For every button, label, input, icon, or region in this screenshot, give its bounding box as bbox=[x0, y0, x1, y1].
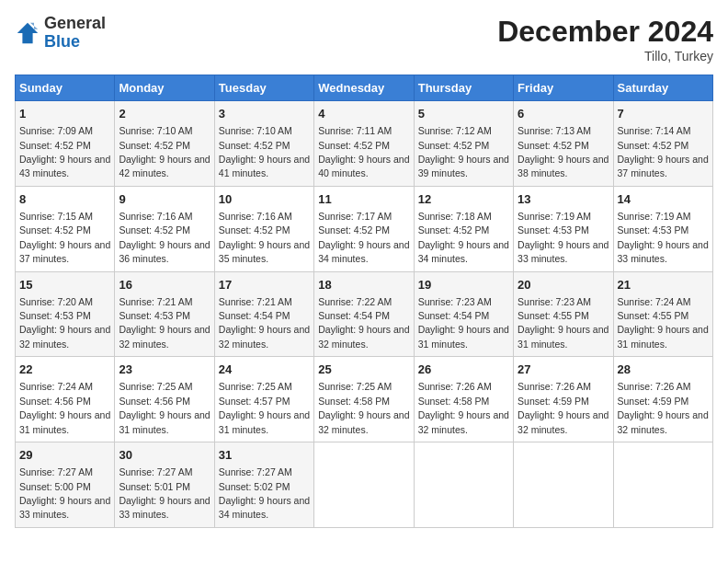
day-number: 21 bbox=[618, 277, 709, 293]
daylight-info: Daylight: 9 hours and 35 minutes. bbox=[219, 239, 310, 264]
day-number: 22 bbox=[19, 362, 110, 378]
table-row: 8 Sunrise: 7:15 AM Sunset: 4:52 PM Dayli… bbox=[16, 186, 115, 271]
daylight-info: Daylight: 9 hours and 41 minutes. bbox=[219, 154, 310, 178]
month-title: December 2024 bbox=[497, 15, 713, 49]
table-row bbox=[613, 442, 712, 528]
sunset-info: Sunset: 5:00 PM bbox=[19, 481, 91, 492]
day-number: 6 bbox=[518, 106, 609, 122]
table-row: 18 Sunrise: 7:22 AM Sunset: 4:54 PM Dayl… bbox=[314, 271, 414, 357]
table-row: 11 Sunrise: 7:17 AM Sunset: 4:52 PM Dayl… bbox=[314, 186, 414, 271]
col-saturday: Saturday bbox=[613, 75, 712, 101]
daylight-info: Daylight: 9 hours and 39 minutes. bbox=[418, 154, 509, 178]
sunset-info: Sunset: 4:54 PM bbox=[318, 310, 390, 321]
table-row bbox=[414, 442, 513, 528]
sunrise-info: Sunrise: 7:21 AM bbox=[219, 296, 292, 307]
daylight-info: Daylight: 9 hours and 37 minutes. bbox=[19, 239, 110, 264]
sunrise-info: Sunrise: 7:16 AM bbox=[119, 211, 192, 222]
day-number: 13 bbox=[518, 191, 609, 208]
sunset-info: Sunset: 4:55 PM bbox=[618, 310, 689, 321]
table-row: 10 Sunrise: 7:16 AM Sunset: 4:52 PM Dayl… bbox=[214, 186, 313, 271]
day-number: 16 bbox=[119, 277, 210, 293]
daylight-info: Daylight: 9 hours and 32 minutes. bbox=[318, 409, 409, 434]
daylight-info: Daylight: 9 hours and 31 minutes. bbox=[618, 324, 709, 349]
daylight-info: Daylight: 9 hours and 32 minutes. bbox=[618, 409, 709, 434]
daylight-info: Daylight: 9 hours and 32 minutes. bbox=[518, 409, 609, 434]
sunrise-info: Sunrise: 7:20 AM bbox=[19, 296, 93, 307]
calendar-header-row: Sunday Monday Tuesday Wednesday Thursday… bbox=[16, 75, 713, 101]
table-row: 12 Sunrise: 7:18 AM Sunset: 4:52 PM Dayl… bbox=[414, 186, 513, 271]
table-row: 19 Sunrise: 7:23 AM Sunset: 4:54 PM Dayl… bbox=[414, 271, 513, 357]
sunset-info: Sunset: 4:55 PM bbox=[518, 310, 589, 321]
daylight-info: Daylight: 9 hours and 31 minutes. bbox=[418, 324, 509, 349]
table-row: 3 Sunrise: 7:10 AM Sunset: 4:52 PM Dayli… bbox=[214, 101, 313, 187]
table-row: 14 Sunrise: 7:19 AM Sunset: 4:53 PM Dayl… bbox=[613, 186, 712, 271]
daylight-info: Daylight: 9 hours and 42 minutes. bbox=[119, 154, 210, 178]
day-number: 17 bbox=[219, 277, 310, 293]
table-row: 23 Sunrise: 7:25 AM Sunset: 4:56 PM Dayl… bbox=[115, 357, 214, 442]
sunset-info: Sunset: 4:52 PM bbox=[418, 140, 490, 151]
sunset-info: Sunset: 4:59 PM bbox=[618, 396, 689, 407]
day-number: 12 bbox=[418, 191, 509, 208]
col-tuesday: Tuesday bbox=[214, 75, 313, 101]
table-row: 6 Sunrise: 7:13 AM Sunset: 4:52 PM Dayli… bbox=[514, 101, 613, 187]
daylight-info: Daylight: 9 hours and 36 minutes. bbox=[119, 239, 210, 264]
daylight-info: Daylight: 9 hours and 32 minutes. bbox=[318, 324, 409, 349]
sunrise-info: Sunrise: 7:10 AM bbox=[119, 125, 192, 136]
sunrise-info: Sunrise: 7:24 AM bbox=[19, 381, 93, 392]
daylight-info: Daylight: 9 hours and 33 minutes. bbox=[19, 495, 110, 520]
sunset-info: Sunset: 4:52 PM bbox=[119, 140, 190, 151]
sunrise-info: Sunrise: 7:11 AM bbox=[318, 125, 392, 136]
table-row: 29 Sunrise: 7:27 AM Sunset: 5:00 PM Dayl… bbox=[16, 442, 115, 528]
sunrise-info: Sunrise: 7:26 AM bbox=[418, 381, 492, 392]
col-wednesday: Wednesday bbox=[314, 75, 414, 101]
table-row: 24 Sunrise: 7:25 AM Sunset: 4:57 PM Dayl… bbox=[214, 357, 313, 442]
sunrise-info: Sunrise: 7:19 AM bbox=[518, 211, 591, 222]
sunrise-info: Sunrise: 7:14 AM bbox=[618, 125, 691, 136]
sunset-info: Sunset: 4:52 PM bbox=[219, 140, 290, 151]
day-number: 7 bbox=[618, 106, 709, 122]
sunrise-info: Sunrise: 7:23 AM bbox=[518, 296, 591, 307]
sunset-info: Sunset: 4:52 PM bbox=[119, 224, 190, 236]
day-number: 1 bbox=[19, 106, 110, 122]
day-number: 5 bbox=[418, 106, 509, 122]
daylight-info: Daylight: 9 hours and 38 minutes. bbox=[518, 154, 609, 178]
daylight-info: Daylight: 9 hours and 37 minutes. bbox=[618, 154, 709, 178]
page-header: General Blue December 2024 Tillo, Turkey bbox=[15, 15, 713, 63]
table-row: 2 Sunrise: 7:10 AM Sunset: 4:52 PM Dayli… bbox=[115, 101, 214, 187]
sunset-info: Sunset: 5:02 PM bbox=[219, 481, 290, 492]
sunset-info: Sunset: 4:52 PM bbox=[318, 140, 390, 151]
calendar-week-1: 1 Sunrise: 7:09 AM Sunset: 4:52 PM Dayli… bbox=[16, 101, 713, 187]
daylight-info: Daylight: 9 hours and 34 minutes. bbox=[418, 239, 509, 264]
table-row: 20 Sunrise: 7:23 AM Sunset: 4:55 PM Dayl… bbox=[514, 271, 613, 357]
day-number: 15 bbox=[19, 277, 110, 293]
table-row: 5 Sunrise: 7:12 AM Sunset: 4:52 PM Dayli… bbox=[414, 101, 513, 187]
daylight-info: Daylight: 9 hours and 31 minutes. bbox=[219, 409, 310, 434]
table-row: 16 Sunrise: 7:21 AM Sunset: 4:53 PM Dayl… bbox=[115, 271, 214, 357]
sunset-info: Sunset: 4:52 PM bbox=[418, 224, 490, 236]
calendar-week-4: 22 Sunrise: 7:24 AM Sunset: 4:56 PM Dayl… bbox=[16, 357, 713, 442]
daylight-info: Daylight: 9 hours and 31 minutes. bbox=[119, 409, 210, 434]
daylight-info: Daylight: 9 hours and 32 minutes. bbox=[119, 324, 210, 349]
day-number: 23 bbox=[119, 362, 210, 378]
day-number: 3 bbox=[219, 106, 310, 122]
sunrise-info: Sunrise: 7:12 AM bbox=[418, 125, 492, 136]
day-number: 31 bbox=[219, 447, 310, 464]
sunrise-info: Sunrise: 7:25 AM bbox=[318, 381, 392, 392]
sunset-info: Sunset: 4:59 PM bbox=[518, 396, 589, 407]
daylight-info: Daylight: 9 hours and 33 minutes. bbox=[119, 495, 210, 520]
daylight-info: Daylight: 9 hours and 31 minutes. bbox=[518, 324, 609, 349]
daylight-info: Daylight: 9 hours and 40 minutes. bbox=[318, 154, 409, 178]
day-number: 11 bbox=[318, 191, 409, 208]
logo: General Blue bbox=[15, 15, 106, 52]
day-number: 4 bbox=[318, 106, 409, 122]
sunrise-info: Sunrise: 7:25 AM bbox=[119, 381, 192, 392]
day-number: 30 bbox=[119, 447, 210, 464]
sunset-info: Sunset: 4:53 PM bbox=[618, 224, 689, 236]
day-number: 10 bbox=[219, 191, 310, 208]
day-number: 9 bbox=[119, 191, 210, 208]
sunrise-info: Sunrise: 7:13 AM bbox=[518, 125, 591, 136]
table-row: 17 Sunrise: 7:21 AM Sunset: 4:54 PM Dayl… bbox=[214, 271, 313, 357]
sunset-info: Sunset: 4:58 PM bbox=[318, 396, 390, 407]
day-number: 8 bbox=[19, 191, 110, 208]
calendar-week-3: 15 Sunrise: 7:20 AM Sunset: 4:53 PM Dayl… bbox=[16, 271, 713, 357]
